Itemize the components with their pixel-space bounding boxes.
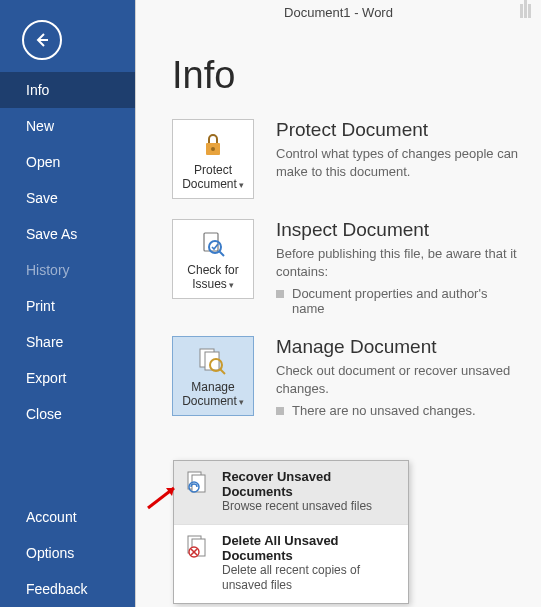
inspect-bullet: Document properties and author's name: [276, 286, 521, 316]
manage-document-menu: Recover Unsaved Documents Browse recent …: [173, 460, 409, 604]
manage-title: Manage Document: [276, 336, 521, 358]
recover-doc-icon: [184, 469, 212, 497]
inspect-icon: [198, 227, 228, 261]
delete-doc-icon: [184, 533, 212, 561]
section-manage: Manage Document▾ Manage Document Check o…: [136, 336, 541, 438]
menu-recover-unsaved[interactable]: Recover Unsaved Documents Browse recent …: [174, 461, 408, 524]
protect-body: Protect Document Control what types of c…: [276, 119, 521, 199]
back-button[interactable]: [22, 20, 62, 60]
manage-bullet: There are no unsaved changes.: [276, 403, 521, 418]
inspect-title: Inspect Document: [276, 219, 521, 241]
bullet-icon: [276, 290, 284, 298]
protect-desc: Control what types of changes people can…: [276, 145, 521, 180]
sidebar-item-history: History: [0, 252, 135, 288]
sidebar-item-feedback[interactable]: Feedback: [0, 571, 135, 607]
lock-icon: [198, 127, 228, 161]
sidebar-item-save[interactable]: Save: [0, 180, 135, 216]
sidebar-item-options[interactable]: Options: [0, 535, 135, 571]
inspect-desc: Before publishing this file, be aware th…: [276, 245, 521, 280]
window-decor-icon: [519, 0, 533, 18]
chevron-down-icon: ▾: [229, 280, 234, 290]
section-protect: Protect Document▾ Protect Document Contr…: [136, 119, 541, 219]
manage-btn-line2: Document: [182, 394, 237, 408]
window-decorations: [519, 0, 533, 18]
sidebar: Info New Open Save Save As History Print…: [0, 0, 135, 607]
page-heading: Info: [172, 54, 541, 97]
sidebar-item-export[interactable]: Export: [0, 360, 135, 396]
menu-delete-title: Delete All Unsaved Documents: [222, 533, 398, 563]
manage-btn-line1: Manage: [191, 380, 234, 394]
menu-recover-title: Recover Unsaved Documents: [222, 469, 398, 499]
manage-body: Manage Document Check out document or re…: [276, 336, 521, 418]
title-bar: Document1 - Word: [136, 0, 541, 24]
manage-doc-icon: [197, 344, 229, 378]
svg-line-5: [219, 251, 224, 256]
protect-title: Protect Document: [276, 119, 521, 141]
protect-document-button[interactable]: Protect Document▾: [172, 119, 254, 199]
menu-delete-sub: Delete all recent copies of unsaved file…: [222, 563, 398, 593]
chevron-down-icon: ▾: [239, 180, 244, 190]
sidebar-item-print[interactable]: Print: [0, 288, 135, 324]
bullet-icon: [276, 407, 284, 415]
section-inspect: Check for Issues▾ Inspect Document Befor…: [136, 219, 541, 336]
svg-point-2: [211, 147, 215, 151]
chevron-down-icon: ▾: [239, 397, 244, 407]
inspect-bullet-text: Document properties and author's name: [292, 286, 521, 316]
manage-desc: Check out document or recover unsaved ch…: [276, 362, 521, 397]
manage-bullet-text: There are no unsaved changes.: [292, 403, 476, 418]
inspect-btn-line2: Issues: [192, 277, 227, 291]
sidebar-item-info[interactable]: Info: [0, 72, 135, 108]
svg-line-9: [220, 369, 225, 374]
document-title: Document1 - Word: [284, 5, 393, 20]
check-issues-button[interactable]: Check for Issues▾: [172, 219, 254, 299]
inspect-body: Inspect Document Before publishing this …: [276, 219, 521, 316]
back-arrow-icon: [32, 30, 52, 50]
sidebar-item-new[interactable]: New: [0, 108, 135, 144]
manage-document-button[interactable]: Manage Document▾: [172, 336, 254, 416]
menu-delete-unsaved[interactable]: Delete All Unsaved Documents Delete all …: [174, 525, 408, 603]
sidebar-item-saveas[interactable]: Save As: [0, 216, 135, 252]
protect-btn-line1: Protect: [194, 163, 232, 177]
sidebar-item-open[interactable]: Open: [0, 144, 135, 180]
sidebar-item-close[interactable]: Close: [0, 396, 135, 432]
sidebar-item-share[interactable]: Share: [0, 324, 135, 360]
sidebar-item-account[interactable]: Account: [0, 499, 135, 535]
menu-recover-sub: Browse recent unsaved files: [222, 499, 398, 514]
protect-btn-line2: Document: [182, 177, 237, 191]
inspect-btn-line1: Check for: [187, 263, 238, 277]
